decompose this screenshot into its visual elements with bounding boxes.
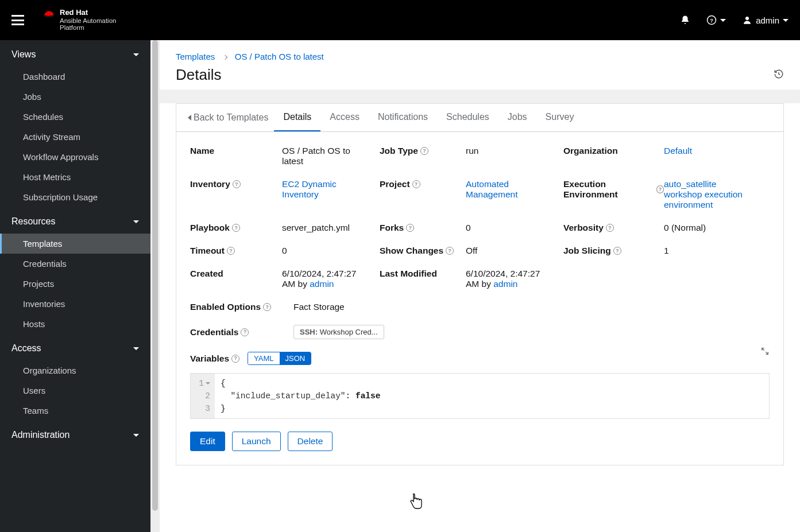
sidebar-item-users[interactable]: Users	[0, 380, 150, 401]
sidebar-item-projects[interactable]: Projects	[0, 274, 150, 294]
chevron-down-icon	[133, 220, 139, 223]
launch-button[interactable]: Launch	[232, 432, 281, 451]
sidebar-item-credentials[interactable]: Credentials	[0, 254, 150, 274]
action-buttons: Edit Launch Delete	[190, 432, 770, 451]
sidebar-item-jobs[interactable]: Jobs	[0, 87, 150, 107]
help-icon[interactable]: ?	[263, 303, 271, 311]
sidebar-item-teams[interactable]: Teams	[0, 401, 150, 421]
tab-notifications[interactable]: Notifications	[369, 104, 437, 131]
value-forks: 0	[466, 223, 563, 233]
label-credentials: Credentials?	[190, 327, 282, 337]
tab-jobs[interactable]: Jobs	[498, 104, 536, 131]
value-inventory[interactable]: EC2 Dynamic Inventory	[282, 179, 380, 200]
history-icon[interactable]	[774, 69, 784, 81]
sidebar-item-inventories[interactable]: Inventories	[0, 294, 150, 314]
brand-platform: Platform	[60, 24, 116, 32]
value-job-type: run	[466, 146, 563, 156]
tab-survey[interactable]: Survey	[536, 104, 583, 131]
help-icon[interactable]: ?	[241, 328, 249, 336]
value-job-slicing: 1	[664, 246, 764, 256]
breadcrumb-current[interactable]: OS / Patch OS to latest	[235, 52, 324, 61]
details-card: Back to Templates Details Access Notific…	[176, 103, 784, 465]
editor-code[interactable]: { "include_startup_delay": false }	[215, 374, 769, 418]
notifications-icon[interactable]	[680, 15, 690, 25]
help-icon[interactable]: ?	[420, 147, 428, 155]
sidebar-section-resources[interactable]: Resources	[0, 207, 150, 234]
variables-format-toggle[interactable]: YAML JSON	[248, 352, 311, 365]
tab-schedules[interactable]: Schedules	[437, 104, 498, 131]
help-icon[interactable]: ?	[412, 180, 420, 188]
label-show-changes: Show Changes?	[380, 246, 466, 256]
back-to-templates[interactable]: Back to Templates	[188, 104, 274, 131]
chevron-down-icon	[133, 53, 139, 56]
delete-button[interactable]: Delete	[288, 432, 333, 451]
toggle-json[interactable]: JSON	[280, 352, 311, 364]
breadcrumb: Templates OS / Patch OS to latest	[176, 52, 784, 61]
sidebar-scrollbar[interactable]	[150, 40, 160, 532]
help-icon[interactable]: ?	[227, 247, 235, 255]
svg-point-2	[745, 17, 749, 20]
label-playbook: Playbook?	[190, 223, 282, 233]
value-last-modified: 6/10/2024, 2:47:27 AM by admin	[466, 269, 563, 289]
value-project[interactable]: Automated Management	[466, 179, 563, 200]
help-icon[interactable]: ?	[656, 185, 664, 193]
sidebar-section-views[interactable]: Views	[0, 40, 150, 67]
variables-editor[interactable]: 1 2 3 { "include_startup_delay": false }	[190, 373, 770, 419]
tab-details[interactable]: Details	[274, 104, 320, 131]
value-verbosity: 0 (Normal)	[664, 223, 764, 233]
value-exec-env[interactable]: auto_satellite workshop execution enviro…	[664, 179, 764, 210]
created-user-link[interactable]: admin	[310, 279, 334, 289]
chevron-down-icon	[720, 19, 726, 22]
sidebar-item-templates[interactable]: Templates	[0, 234, 150, 254]
label-organization: Organization	[563, 146, 664, 156]
sidebar-item-subscription-usage[interactable]: Subscription Usage	[0, 187, 150, 207]
sidebar-item-organizations[interactable]: Organizations	[0, 360, 150, 380]
sidebar-item-host-metrics[interactable]: Host Metrics	[0, 167, 150, 187]
label-verbosity: Verbosity?	[563, 223, 664, 233]
help-icon[interactable]: ?	[606, 224, 614, 232]
page-title: Details	[176, 66, 221, 84]
tabs: Back to Templates Details Access Notific…	[176, 104, 783, 132]
value-timeout: 0	[282, 246, 380, 256]
value-name: OS / Patch OS to latest	[282, 146, 380, 166]
sidebar-item-workflow-approvals[interactable]: Workflow Approvals	[0, 147, 150, 167]
help-dropdown[interactable]: ?	[706, 15, 726, 25]
svg-text:?: ?	[710, 17, 713, 24]
label-variables: Variables?	[190, 354, 239, 364]
brand-product: Ansible Automation	[60, 17, 116, 25]
label-exec-env: Execution Environment?	[563, 179, 664, 200]
label-forks: Forks?	[380, 223, 466, 233]
help-icon[interactable]: ?	[406, 224, 414, 232]
sidebar-item-activity-stream[interactable]: Activity Stream	[0, 127, 150, 147]
label-created: Created	[190, 269, 282, 279]
help-icon[interactable]: ?	[233, 180, 241, 188]
editor-gutter: 1 2 3	[191, 374, 215, 418]
user-dropdown[interactable]: admin	[742, 15, 789, 25]
edit-button[interactable]: Edit	[190, 432, 225, 451]
sidebar-item-dashboard[interactable]: Dashboard	[0, 67, 150, 87]
redhat-icon	[42, 9, 55, 18]
sidebar-section-administration[interactable]: Administration	[0, 421, 150, 447]
help-icon[interactable]: ?	[232, 224, 240, 232]
main-content: Templates OS / Patch OS to latest Detail…	[160, 40, 800, 532]
label-job-slicing: Job Slicing?	[563, 246, 664, 256]
credential-chip[interactable]: SSH: Workshop Cred...	[293, 325, 384, 339]
sidebar-item-schedules[interactable]: Schedules	[0, 107, 150, 127]
help-icon[interactable]: ?	[613, 247, 621, 255]
hamburger-menu-icon[interactable]	[11, 15, 25, 25]
chevron-right-icon	[222, 55, 227, 60]
value-created: 6/10/2024, 2:47:27 AM by admin	[282, 269, 380, 289]
modified-user-link[interactable]: admin	[493, 279, 517, 289]
value-organization[interactable]: Default	[664, 146, 764, 156]
sidebar-item-hosts[interactable]: Hosts	[0, 314, 150, 334]
breadcrumb-templates[interactable]: Templates	[176, 52, 215, 61]
toggle-yaml[interactable]: YAML	[248, 352, 279, 364]
tab-access[interactable]: Access	[320, 104, 369, 131]
chevron-left-icon	[188, 115, 191, 121]
help-icon[interactable]: ?	[231, 355, 239, 363]
sidebar-section-access[interactable]: Access	[0, 334, 150, 360]
help-icon[interactable]: ?	[446, 247, 454, 255]
cursor-pointer-icon	[409, 494, 424, 511]
label-last-modified: Last Modified	[380, 269, 466, 279]
expand-icon[interactable]	[760, 347, 770, 358]
